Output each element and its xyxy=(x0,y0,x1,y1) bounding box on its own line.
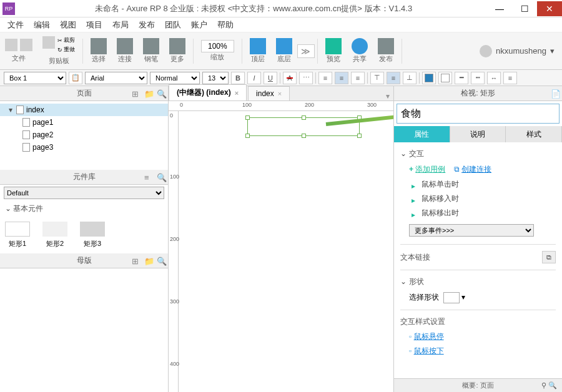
inspector-panel: 检视: 矩形 📄 属性 说明 样式 ⌄交互 + 添加用例 ⧉ 创建连接 ▸鼠标单… xyxy=(393,86,562,392)
shape-picker[interactable] xyxy=(443,292,460,303)
library-category[interactable]: ⌄ 基本元件 xyxy=(0,201,168,217)
add-folder-icon[interactable]: 📁 xyxy=(144,89,153,98)
create-link-link[interactable]: 创建连接 xyxy=(461,164,491,175)
menu-file[interactable]: 文件 xyxy=(2,18,29,32)
hover-style-link[interactable]: 鼠标悬停 xyxy=(414,332,444,341)
event-mouseenter[interactable]: ▸鼠标移入时 xyxy=(400,192,556,206)
shape-select[interactable]: Box 1 xyxy=(4,72,66,84)
text-color-button[interactable]: A xyxy=(283,72,297,84)
press-style-link[interactable]: 鼠标按下 xyxy=(414,346,444,355)
font-select[interactable]: Arial xyxy=(85,72,147,84)
tab-repeater[interactable]: (中继器) (index)× xyxy=(169,84,247,100)
more-events-select[interactable]: 更多事件>>> xyxy=(409,224,534,237)
preview-icon[interactable] xyxy=(325,38,342,54)
tab-notes[interactable]: 说明 xyxy=(450,126,506,142)
inspector-menu-icon[interactable]: 📄 xyxy=(551,89,560,98)
filter-icon[interactable]: ⚲ 🔍 xyxy=(541,381,557,390)
section-shape[interactable]: ⌄形状 xyxy=(400,274,556,290)
valign-top-button[interactable]: ⊤ xyxy=(370,72,384,84)
new-icon[interactable] xyxy=(5,39,17,51)
valign-mid-button[interactable]: ≡ xyxy=(387,72,400,84)
menu-view[interactable]: 视图 xyxy=(55,18,81,32)
size-select[interactable]: 13 xyxy=(202,72,229,84)
share-icon[interactable] xyxy=(352,38,368,54)
masters-panel-header: 母版 ⊞ 📁 🔍 xyxy=(0,253,168,268)
menu-account[interactable]: 账户 xyxy=(186,18,212,32)
top-icon[interactable] xyxy=(250,38,266,54)
user-button[interactable]: nkxumusheng ▾ xyxy=(472,45,562,57)
fill-button[interactable] xyxy=(422,72,436,84)
publish-icon[interactable] xyxy=(378,38,394,54)
canvas-area: (中继器) (index)× index× ▾ 0 100 200 300 0 … xyxy=(169,86,393,392)
titlebar: RP 未命名 - Axure RP 8 企业版 : 未授权 <中文支持：www.… xyxy=(0,0,562,17)
chevron-down-icon: ▾ xyxy=(550,46,555,56)
align-center-button[interactable]: ≡ xyxy=(335,72,348,84)
bold-button[interactable]: B xyxy=(231,72,245,84)
tab-index[interactable]: index× xyxy=(248,86,290,100)
outline-bar[interactable]: 概要: 页面 ⚲ 🔍 xyxy=(394,378,562,392)
canvas[interactable] xyxy=(179,111,393,392)
text-link-button[interactable]: ⧉ xyxy=(542,251,556,263)
menu-team[interactable]: 团队 xyxy=(160,18,186,32)
tree-item-page2[interactable]: page2 xyxy=(0,129,168,141)
add-master-icon[interactable]: ⊞ xyxy=(132,257,140,265)
add-case-link[interactable]: 添加用例 xyxy=(415,164,445,175)
extra-button[interactable]: ⋯ xyxy=(299,72,313,84)
menu-publish[interactable]: 发布 xyxy=(134,18,160,32)
menu-project[interactable]: 项目 xyxy=(81,18,107,32)
save-icon[interactable] xyxy=(20,39,32,51)
chevron-down-icon[interactable]: ▾ xyxy=(461,293,465,301)
lib-item-rect3[interactable]: 矩形3 xyxy=(80,222,105,248)
paste-style-icon[interactable]: 📋 xyxy=(69,72,82,84)
menu-edit[interactable]: 编辑 xyxy=(29,18,55,32)
underline-button[interactable]: U xyxy=(264,72,277,84)
select-icon[interactable] xyxy=(91,38,107,54)
menu-help[interactable]: 帮助 xyxy=(212,18,239,32)
redo-icon[interactable]: ↻ xyxy=(57,47,62,53)
more-fmt-button[interactable]: ≡ xyxy=(503,72,517,84)
italic-button[interactable]: I xyxy=(247,72,261,84)
tree-item-page1[interactable]: page1 xyxy=(0,116,168,129)
tab-properties[interactable]: 属性 xyxy=(394,126,450,142)
add-page-icon[interactable]: ⊞ xyxy=(132,89,140,98)
close-button[interactable]: ✕ xyxy=(537,1,562,16)
master-search-icon[interactable]: 🔍 xyxy=(157,257,165,265)
close-icon[interactable]: × xyxy=(278,90,282,97)
event-mouseleave[interactable]: ▸鼠标移出时 xyxy=(400,206,556,220)
event-click[interactable]: ▸鼠标单击时 xyxy=(400,177,556,192)
pen-icon[interactable] xyxy=(143,38,159,54)
tab-dropdown-icon[interactable]: ▾ xyxy=(382,92,393,100)
widget-name-input[interactable] xyxy=(397,104,560,124)
library-select[interactable]: Default xyxy=(4,187,164,199)
line-weight-button[interactable]: ━ xyxy=(455,72,468,84)
tab-style[interactable]: 样式 xyxy=(506,126,562,142)
minimize-button[interactable]: — xyxy=(487,1,512,16)
line-style-button[interactable]: ┅ xyxy=(471,72,485,84)
menu-layout[interactable]: 布局 xyxy=(107,18,134,32)
weight-select[interactable]: Normal xyxy=(150,72,200,84)
maximize-button[interactable]: ☐ xyxy=(512,1,537,16)
tree-root[interactable]: ▾index xyxy=(0,104,168,116)
align-left-button[interactable]: ≡ xyxy=(318,72,332,84)
close-icon[interactable]: × xyxy=(235,89,239,97)
master-folder-icon[interactable]: 📁 xyxy=(144,257,153,265)
more-icon[interactable] xyxy=(169,38,185,54)
lib-menu-icon[interactable]: ≡ xyxy=(144,173,153,182)
section-interactions[interactable]: ⌄交互 xyxy=(400,146,556,162)
border-button[interactable] xyxy=(438,72,452,84)
zoom-select[interactable]: 100% xyxy=(201,40,234,52)
connect-icon[interactable] xyxy=(117,38,133,54)
align-right-button[interactable]: ≡ xyxy=(351,72,365,84)
search-icon[interactable]: 🔍 xyxy=(157,89,165,98)
cut-icon[interactable]: ✂ xyxy=(57,37,62,44)
bottom-icon[interactable] xyxy=(276,38,292,54)
valign-bot-button[interactable]: ⊥ xyxy=(403,72,417,84)
lib-search-icon[interactable]: 🔍 xyxy=(157,173,165,182)
overflow-button[interactable]: ≫ xyxy=(297,44,315,58)
lib-item-rect2[interactable]: 矩形2 xyxy=(42,222,67,248)
lib-item-rect1[interactable]: 矩形1 xyxy=(5,222,30,248)
arrow-button[interactable]: ↔ xyxy=(487,72,501,84)
paste-icon[interactable] xyxy=(42,36,55,49)
username: nkxumusheng xyxy=(496,46,546,56)
tree-item-page3[interactable]: page3 xyxy=(0,141,168,154)
